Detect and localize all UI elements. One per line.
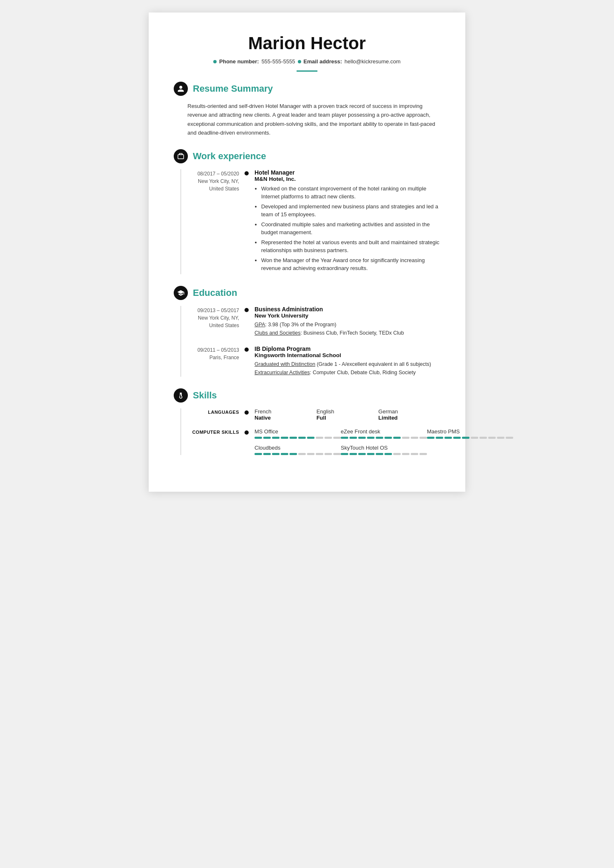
skill-bar <box>427 437 513 439</box>
bar-filled-segment <box>393 437 401 439</box>
bar-empty-segment <box>411 453 418 455</box>
bar-empty-segment <box>307 453 314 455</box>
lang-level-1: Native <box>255 415 317 421</box>
computer-skill-item: eZee Front desk <box>341 428 427 439</box>
education-title: Education <box>193 288 237 298</box>
summary-text: Results-oriented and self-driven Hotel M… <box>174 102 440 138</box>
bullet-item: Developed and implemented new business p… <box>261 203 440 219</box>
work-entry-1: 08/2017 – 05/2020 New York City, NY, Uni… <box>188 169 440 274</box>
skills-section: Skills LANGUAGES French Native <box>174 388 440 455</box>
phone-label: Phone number: <box>219 58 259 65</box>
bar-filled-segment <box>462 437 469 439</box>
lang-name-1: French <box>255 408 317 415</box>
language-grid: French Native English Full German Limite… <box>255 408 440 421</box>
bar-empty-segment <box>488 437 496 439</box>
bar-filled-segment <box>367 437 374 439</box>
bar-empty-segment <box>316 453 323 455</box>
bar-empty-segment <box>316 437 323 439</box>
bar-empty-segment <box>497 437 504 439</box>
bar-filled-segment <box>376 453 383 455</box>
bullet-item: Worked on the constant improvement of th… <box>261 185 440 201</box>
bar-empty-segment <box>324 437 332 439</box>
skill-bar <box>341 437 427 439</box>
summary-header: Resume Summary <box>174 82 440 96</box>
skill-name: Maestro PMS <box>427 428 513 435</box>
language-item-3: German Limited <box>378 408 440 421</box>
bar-filled-segment <box>298 437 306 439</box>
resume-page: Marion Hector Phone number: 555-555-5555… <box>149 13 465 492</box>
work-experience-section: Work experience 08/2017 – 05/2020 New Yo… <box>174 149 440 274</box>
bar-filled-segment <box>281 437 288 439</box>
bar-empty-segment <box>411 437 418 439</box>
company-1: M&N Hotel, Inc. <box>255 176 440 182</box>
edu-date-1: 09/2013 – 05/2017 New York City, NY, Uni… <box>188 307 247 337</box>
skill-name: Cloudbeds <box>255 445 341 451</box>
candidate-name: Marion Hector <box>174 33 440 53</box>
bar-filled-segment <box>358 437 366 439</box>
briefcase-icon <box>177 153 185 160</box>
bar-filled-segment <box>341 437 348 439</box>
bullet-item: Coordinated multiple sales and marketing… <box>261 220 440 237</box>
bar-empty-segment <box>402 437 409 439</box>
header-divider <box>297 70 317 72</box>
bar-empty-segment <box>324 453 332 455</box>
edu-content-2: IB Diploma Program Kingsworth Internatio… <box>255 345 440 377</box>
bar-filled-segment <box>307 437 314 439</box>
computer-skills-row: COMPUTER SKILLS MS OfficeeZee Front desk… <box>188 428 440 455</box>
bar-filled-segment <box>384 453 392 455</box>
work-header: Work experience <box>174 149 440 163</box>
bar-filled-segment <box>384 437 392 439</box>
detail-label: Clubs and Societies <box>255 330 300 336</box>
detail-label: Extracurricular Activities <box>255 370 310 375</box>
work-title: Work experience <box>193 151 266 162</box>
bar-empty-segment <box>333 453 341 455</box>
job-title-1: Hotel Manager <box>255 169 440 176</box>
email-dot <box>298 60 301 63</box>
edu-bullet-2 <box>245 348 249 352</box>
bar-filled-segment <box>290 437 297 439</box>
lang-level-3: Limited <box>378 415 440 421</box>
bar-empty-segment <box>419 437 427 439</box>
skill-name: eZee Front desk <box>341 428 427 435</box>
computer-skills-content: MS OfficeeZee Front deskMaestro PMSCloud… <box>255 428 513 455</box>
bar-filled-segment <box>349 437 357 439</box>
lang-name-3: German <box>378 408 440 415</box>
languages-label: LANGUAGES <box>188 410 247 415</box>
computer-skill-item: SkyTouch Hotel OS <box>341 445 427 455</box>
bar-filled-segment <box>444 437 452 439</box>
header-section: Marion Hector Phone number: 555-555-5555… <box>174 33 440 72</box>
edu-detail-2: Graduated with Distinction (Grade 1 - A/… <box>255 360 440 377</box>
bar-empty-segment <box>393 453 401 455</box>
bullet-item: Represented the hotel at various events … <box>261 238 440 255</box>
computer-skills-grid: MS OfficeeZee Front deskMaestro PMSCloud… <box>255 428 513 455</box>
summary-section: Resume Summary Results-oriented and self… <box>174 82 440 138</box>
skills-body: LANGUAGES French Native English Full <box>180 408 440 455</box>
school-1: New York University <box>255 313 440 319</box>
person-icon <box>177 85 185 93</box>
email-value: hello@kickresume.com <box>344 58 401 65</box>
flask-icon <box>177 392 185 399</box>
skill-bar <box>341 453 427 455</box>
skill-bar <box>255 453 341 455</box>
skills-header: Skills <box>174 388 440 403</box>
bar-filled-segment <box>341 453 348 455</box>
bar-filled-segment <box>349 453 357 455</box>
summary-icon <box>174 82 188 96</box>
bar-empty-segment <box>506 437 513 439</box>
edu-date-2: 09/2011 – 05/2013 Paris, France <box>188 346 247 377</box>
bar-filled-segment <box>272 453 280 455</box>
email-label: Email address: <box>304 58 342 65</box>
education-header: Education <box>174 286 440 300</box>
bar-empty-segment <box>471 437 478 439</box>
computer-skill-item: Maestro PMS <box>427 428 513 439</box>
graduation-icon <box>177 289 185 297</box>
degree-2: IB Diploma Program <box>255 345 440 352</box>
skill-name: SkyTouch Hotel OS <box>341 445 427 451</box>
bar-filled-segment <box>376 437 383 439</box>
skill-name: MS Office <box>255 428 341 435</box>
edu-entry-2: 09/2011 – 05/2013 Paris, France IB Diplo… <box>188 345 440 377</box>
computer-skills-bullet <box>245 430 249 435</box>
job-bullets-1: Worked on the constant improvement of th… <box>255 185 440 273</box>
main-content: Resume Summary Results-oriented and self… <box>174 82 440 455</box>
lang-name-2: English <box>317 408 379 415</box>
